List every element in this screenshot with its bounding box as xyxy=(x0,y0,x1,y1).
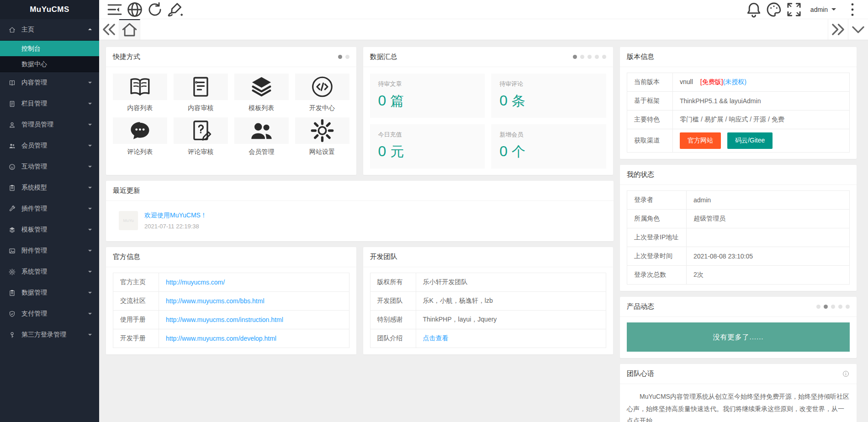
shortcut-site-settings[interactable]: 网站设置 xyxy=(295,117,349,158)
carousel-dot[interactable] xyxy=(838,305,842,309)
sidebar-item-label: 主页 xyxy=(21,26,34,34)
row-label: 团队介绍 xyxy=(370,329,416,348)
tab-home[interactable] xyxy=(119,19,140,40)
card-summary: 数据汇总 待审文章 0 篇 xyxy=(363,47,614,175)
official-bbs-link[interactable]: http://www.muyucms.com/bbs.html xyxy=(166,297,265,305)
sidebar-item-content[interactable]: 内容管理 xyxy=(0,72,99,93)
sidebar-item-admins[interactable]: 管理员管理 xyxy=(0,114,99,135)
carousel-dot[interactable] xyxy=(846,305,850,309)
carousel-dot[interactable] xyxy=(580,55,584,59)
expand-icon[interactable] xyxy=(784,0,804,19)
shortcut-content-review[interactable]: 内容审核 xyxy=(174,74,228,114)
product-banner: 没有更多了...... xyxy=(627,322,850,352)
shortcut-label: 内容审核 xyxy=(174,100,228,114)
tabs-dropdown-button[interactable] xyxy=(848,19,868,40)
stat-label: 待审评论 xyxy=(499,80,598,88)
carousel-dots xyxy=(338,55,349,59)
row-label: 登录者 xyxy=(627,191,687,210)
chevron-up-icon xyxy=(88,26,92,30)
sidebar-item-label: 数据管理 xyxy=(21,289,47,297)
gitee-button[interactable]: 码云/Gitee xyxy=(727,132,773,149)
dev-team-table: 版权所有 乐小轩开发团队 开发团队 乐K，小航，杨逸轩，lzb 特别感谢 Thi… xyxy=(370,273,607,348)
sidebar-item-home[interactable]: 主页 xyxy=(0,19,99,40)
card-official-info: 官方信息 官方主页 http://muyucms.com/ 交流社区 http:… xyxy=(106,247,356,354)
carousel-dots xyxy=(573,55,606,59)
chevron-down-icon xyxy=(88,313,92,316)
chevron-down-icon xyxy=(88,166,92,169)
chevron-down-icon xyxy=(88,229,92,232)
recent-item-link[interactable]: 欢迎使用MuYuCMS！ xyxy=(144,211,207,220)
sidebar-item-console[interactable]: 控制台 xyxy=(0,41,99,56)
stat-label: 待审文章 xyxy=(378,80,477,88)
card-version-header: 版本信息 xyxy=(620,47,857,67)
team-intro-link[interactable]: 点击查看 xyxy=(423,334,449,342)
card-dev-team: 开发团队 版权所有 乐小轩开发团队 开发团队 乐K，小航，杨逸轩，lzb 特别感… xyxy=(363,247,614,354)
carousel-dot[interactable] xyxy=(345,55,349,59)
sidebar-item-model[interactable]: 系统模型 xyxy=(0,177,99,198)
bell-icon[interactable] xyxy=(744,0,764,19)
sidebar-item-label: 插件管理 xyxy=(21,205,47,213)
official-manual-link[interactable]: http://www.muyucms.com/instruction.html xyxy=(166,316,283,323)
tabs-scroll-right-button[interactable] xyxy=(828,19,848,40)
sidebar-item-payment[interactable]: 支付管理 xyxy=(0,303,99,324)
sidebar: MuYuCMS 主页 控制台 数据中心 内容管理 栏目管理 管理员管理 会员 xyxy=(0,0,99,422)
table-row: 开发手册 http://www.muyucms.com/develop.html xyxy=(113,329,349,348)
sidebar-item-plugin[interactable]: 插件管理 xyxy=(0,198,99,219)
sidebar-item-system[interactable]: 系统管理 xyxy=(0,261,99,282)
official-homepage-link[interactable]: http://muyucms.com/ xyxy=(166,279,225,286)
more-vert-icon[interactable] xyxy=(842,0,863,19)
sidebar-item-interaction[interactable]: 互动管理 xyxy=(0,156,99,177)
stat-unit: 条 xyxy=(512,93,525,108)
row-label: 使用手册 xyxy=(113,311,159,329)
globe-icon[interactable] xyxy=(125,0,145,19)
row-value: 超级管理员 xyxy=(687,210,850,228)
carousel-dot[interactable] xyxy=(587,55,592,59)
shortcut-dev-center[interactable]: 开发中心 xyxy=(295,74,349,114)
table-row: 所属角色 超级管理员 xyxy=(627,210,850,228)
shortcut-template-list[interactable]: 模板列表 xyxy=(234,74,289,114)
tabs-scroll-left-button[interactable] xyxy=(99,19,119,40)
sidebar-item-data[interactable]: 数据管理 xyxy=(0,282,99,303)
info-icon[interactable] xyxy=(842,370,850,378)
sidebar-item-column[interactable]: 栏目管理 xyxy=(0,93,99,114)
user-dropdown[interactable]: admin xyxy=(804,0,842,19)
card-official-header: 官方信息 xyxy=(106,247,356,267)
menu-fold-icon[interactable] xyxy=(105,0,125,19)
carousel-dot[interactable] xyxy=(602,55,606,59)
table-row: 特别感谢 ThinkPHP，layui，Jquery xyxy=(370,311,606,329)
code-circle-icon xyxy=(295,74,349,100)
stat-value: 0 xyxy=(378,92,386,109)
refresh-icon[interactable] xyxy=(145,0,165,19)
sidebar-item-attachment[interactable]: 附件管理 xyxy=(0,240,99,261)
shortcut-comment-review[interactable]: 评论审核 xyxy=(174,117,228,158)
shortcut-content-list[interactable]: 内容列表 xyxy=(113,74,167,114)
shortcut-comment-list[interactable]: 评论列表 xyxy=(113,117,167,158)
recent-item-thumbnail: MuYu xyxy=(119,211,138,230)
card-summary-header: 数据汇总 xyxy=(363,47,614,67)
palette-icon[interactable] xyxy=(764,0,784,19)
sidebar-item-members[interactable]: 会员管理 xyxy=(0,135,99,156)
carousel-dot[interactable] xyxy=(824,305,828,309)
card-shortcuts: 快捷方式 内容列表 内容审核 xyxy=(106,47,356,175)
brush-icon[interactable] xyxy=(165,0,185,19)
stat-unit: 元 xyxy=(390,144,404,159)
carousel-dot[interactable] xyxy=(573,55,577,59)
row-label: 上次登录IP地址 xyxy=(627,228,687,247)
shortcut-member-manage[interactable]: 会员管理 xyxy=(234,117,289,158)
carousel-dot[interactable] xyxy=(816,305,820,309)
carousel-dot[interactable] xyxy=(338,55,342,59)
stat-pending-comments: 待审评论 0 条 xyxy=(491,74,606,118)
table-row: 上次登录IP地址 xyxy=(627,228,850,247)
sidebar-item-template[interactable]: 模板管理 xyxy=(0,219,99,240)
official-site-button[interactable]: 官方网站 xyxy=(680,132,721,149)
attachment-icon xyxy=(8,247,16,255)
official-develop-link[interactable]: http://www.muyucms.com/develop.html xyxy=(166,335,276,342)
template-icon xyxy=(8,226,16,234)
sidebar-item-thirdparty[interactable]: 第三方登录管理 xyxy=(0,324,99,345)
carousel-dot[interactable] xyxy=(595,55,599,59)
row-label: 官方主页 xyxy=(113,273,159,292)
carousel-dot[interactable] xyxy=(831,305,835,309)
shortcut-label: 模板列表 xyxy=(234,100,289,114)
stat-label: 新增会员 xyxy=(499,131,598,139)
sidebar-item-datacenter[interactable]: 数据中心 xyxy=(0,56,99,72)
